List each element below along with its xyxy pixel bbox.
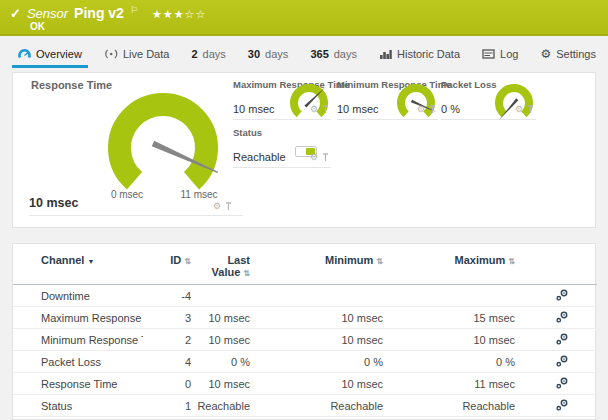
col-header-maximum[interactable]: Maximum⇅ (383, 250, 515, 285)
log-icon (482, 49, 495, 59)
channel-name[interactable]: Maximum Response Ti... (13, 307, 143, 329)
sort-icon: ⇅ (243, 269, 250, 278)
channel-id: 4 (143, 351, 191, 373)
table-row: Packet Loss 4 0 % 0 % 0 % (13, 351, 597, 373)
channel-minimum: 10 msec (250, 329, 383, 351)
status-title: Status (233, 127, 262, 138)
tab-number: 365 (310, 48, 328, 60)
channel-maximum: 10 msec (383, 329, 515, 351)
channel-last-value: 0 % (191, 351, 250, 373)
channel-id: 1 (143, 395, 191, 417)
gauge-scale-min: 0 msec (103, 189, 151, 200)
channel-maximum: 11 msec (383, 373, 515, 395)
channel-id: -4 (143, 285, 191, 307)
col-header-minimum[interactable]: Minimum⇅ (250, 250, 383, 285)
gauge-settings-gear-icon[interactable]: ⚙ (213, 202, 221, 211)
channel-settings-icon[interactable] (556, 311, 568, 325)
small-gauge-value: 10 msec (233, 103, 275, 115)
priority-stars[interactable]: ★★★☆☆ (152, 8, 206, 21)
channel-settings-icon[interactable] (556, 333, 568, 347)
table-row: Maximum Response Ti... 3 10 msec 10 msec… (13, 307, 597, 329)
tab-30-days[interactable]: 30 days (242, 42, 295, 68)
channel-last-value: 10 msec (191, 373, 250, 395)
channel-minimum: 10 msec (250, 307, 383, 329)
channel-name[interactable]: Packet Loss (13, 351, 143, 373)
sort-desc-icon: ▼ (87, 258, 94, 265)
tab-label: days (203, 48, 226, 60)
gauge-settings-gear-icon[interactable]: ⚙ (310, 105, 318, 114)
channel-settings-icon[interactable] (556, 355, 568, 369)
table-row: Minimum Response Time 2 10 msec 10 msec … (13, 329, 597, 351)
status-value: Reachable (233, 151, 286, 163)
channel-name[interactable]: Status (13, 395, 143, 417)
channel-settings-icon[interactable] (556, 289, 568, 303)
tab-365-days[interactable]: 365 days (304, 42, 363, 68)
gauge-settings-gear-icon[interactable]: ⚙ (417, 105, 425, 114)
tab-settings[interactable]: ⚙ Settings (534, 42, 602, 68)
tab-overview[interactable]: Overview (12, 42, 88, 68)
col-header-id[interactable]: ID⇅ (143, 250, 191, 285)
sensor-name: Ping v2 (74, 5, 124, 21)
channel-last-value: 10 msec (191, 329, 250, 351)
channel-minimum: 10 msec (250, 373, 383, 395)
tab-live-data[interactable]: Live Data (98, 42, 175, 68)
pin-icon[interactable] (527, 105, 534, 114)
tab-bar: Overview Live Data 2 days 30 days 365 da… (12, 42, 602, 68)
col-label: ID (170, 254, 181, 266)
pin-icon[interactable] (225, 202, 232, 211)
channel-id: 0 (143, 373, 191, 395)
main-gauge-title: Response Time (31, 79, 112, 91)
packet-loss-cell: Packet Loss 0 % ⚙ (441, 73, 536, 120)
channel-minimum: Reachable (250, 395, 383, 417)
max-response-time-gauge (287, 81, 331, 125)
channel-settings-icon[interactable] (556, 377, 568, 391)
tab-label: Historic Data (397, 48, 460, 60)
tab-number: 2 (191, 48, 197, 60)
max-response-time-cell: Maximum Response Time 10 msec ⚙ (233, 73, 331, 120)
col-label: Maximum (455, 254, 506, 266)
bar-chart-icon (379, 49, 392, 59)
small-gauge-value: 0 % (441, 103, 460, 115)
gauges-panel: Response Time 0 msec 11 msec 10 msec ⚙ M… (12, 72, 596, 228)
status-check-icon: ✓ (10, 6, 21, 21)
tab-label: Live Data (123, 48, 169, 60)
flag-icon: ⚐ (130, 5, 138, 15)
col-header-channel[interactable]: Channel▼ (13, 250, 143, 285)
channel-id: 2 (143, 329, 191, 351)
gauge-settings-gear-icon[interactable]: ⚙ (310, 153, 318, 162)
object-kind-label: Sensor (27, 6, 68, 21)
col-label: Minimum (325, 254, 373, 266)
channel-minimum: 0 % (250, 351, 383, 373)
pin-icon[interactable] (322, 105, 329, 114)
main-gauge-value: 10 msec (29, 196, 78, 210)
tab-historic-data[interactable]: Historic Data (373, 42, 466, 68)
gauge-settings-gear-icon[interactable]: ⚙ (515, 105, 523, 114)
col-header-actions (515, 250, 597, 285)
tab-2-days[interactable]: 2 days (185, 42, 231, 68)
pin-icon[interactable] (322, 153, 329, 162)
tab-label: Log (500, 48, 518, 60)
sort-icon: ⇅ (508, 257, 515, 266)
gauge-icon (18, 48, 31, 59)
channel-maximum: 15 msec (383, 307, 515, 329)
min-response-time-gauge (394, 81, 438, 125)
channel-name[interactable]: Minimum Response Time (13, 329, 143, 351)
channel-maximum: 0 % (383, 351, 515, 373)
small-gauge-title: Packet Loss (441, 79, 496, 90)
channel-last-value: 10 msec (191, 307, 250, 329)
packet-loss-gauge (492, 81, 536, 125)
sensor-header: ✓ Sensor Ping v2 ⚐ ★★★☆☆ OK (0, 0, 608, 36)
tab-label: days (334, 48, 357, 60)
col-label: Channel (41, 254, 84, 266)
col-header-last-value[interactable]: Last Value⇅ (191, 250, 250, 285)
small-gauge-value: 10 msec (337, 103, 379, 115)
status-badge: OK (30, 21, 45, 32)
table-row: Downtime -4 (13, 285, 597, 307)
channel-last-value (191, 285, 250, 307)
pin-icon[interactable] (429, 105, 436, 114)
channel-name[interactable]: Downtime (13, 285, 143, 307)
channel-name[interactable]: Response Time (13, 373, 143, 395)
sort-icon: ⇅ (184, 257, 191, 266)
tab-log[interactable]: Log (476, 42, 524, 68)
channel-settings-icon[interactable] (556, 399, 568, 413)
